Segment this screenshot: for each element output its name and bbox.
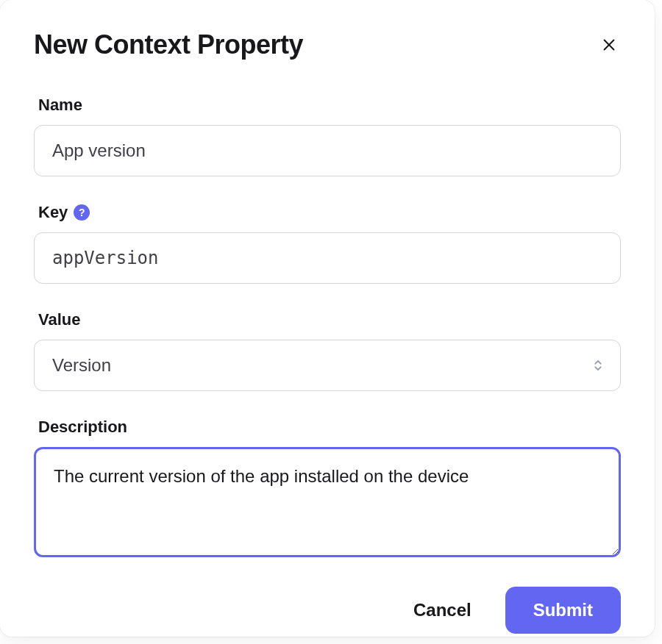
value-select[interactable]: Version	[34, 340, 621, 391]
help-icon[interactable]: ?	[74, 204, 90, 221]
value-select-wrapper: Version	[34, 340, 621, 391]
modal-header: New Context Property	[34, 29, 621, 60]
cancel-button[interactable]: Cancel	[410, 588, 474, 632]
key-label: Key	[38, 203, 68, 222]
name-input[interactable]	[34, 125, 621, 176]
close-icon	[601, 37, 617, 53]
close-button[interactable]	[597, 33, 621, 57]
new-context-property-modal: New Context Property Name Key ? Value Ve…	[0, 0, 655, 637]
key-input[interactable]	[34, 232, 621, 284]
value-label: Value	[38, 310, 621, 329]
value-field-group: Value Version	[34, 310, 621, 391]
modal-title: New Context Property	[34, 29, 303, 60]
description-label: Description	[38, 418, 621, 437]
name-field-group: Name	[34, 96, 621, 176]
name-label: Name	[38, 96, 621, 115]
key-field-group: Key ?	[34, 203, 621, 284]
description-field-group: Description	[34, 418, 621, 560]
key-label-row: Key ?	[38, 203, 621, 222]
modal-footer: Cancel Submit	[34, 587, 621, 634]
submit-button[interactable]: Submit	[505, 587, 621, 634]
description-textarea[interactable]	[34, 447, 621, 557]
